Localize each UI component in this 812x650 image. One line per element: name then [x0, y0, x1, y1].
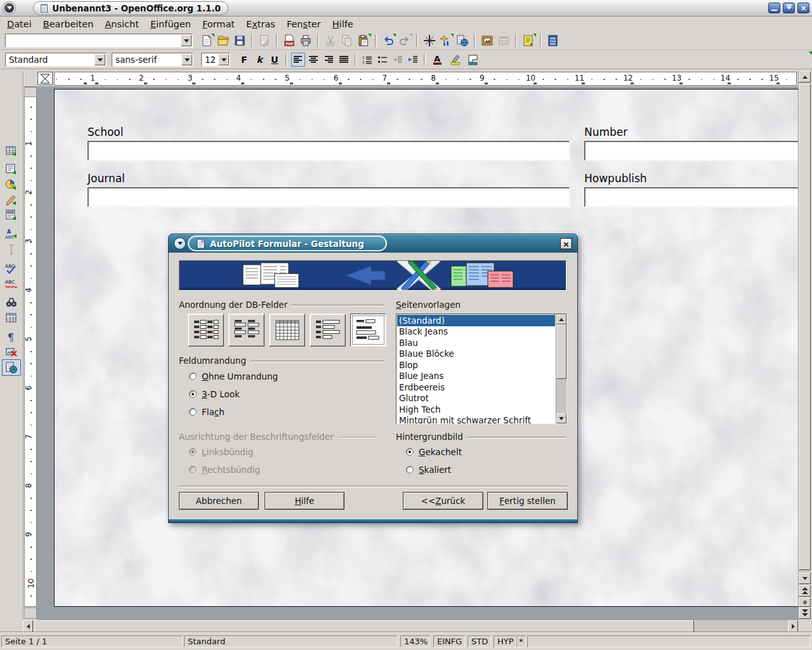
auto-spellcheck-button[interactable]: ABC [2, 275, 21, 292]
new-document-button[interactable] [199, 33, 214, 48]
scrollbar-thumb[interactable] [556, 324, 566, 379]
direct-cursor-button[interactable] [2, 241, 21, 258]
fertig-stellen-button[interactable]: Fertig stellen [487, 492, 568, 510]
numbered-list-button[interactable]: 12 [360, 53, 374, 67]
italic-button[interactable]: k [252, 53, 266, 67]
hyperlink-dialog-button[interactable] [455, 33, 470, 48]
field-input[interactable] [584, 187, 798, 207]
scrollbar-thumb[interactable] [799, 84, 811, 570]
menu-bearbeiten[interactable]: Bearbeiten [37, 18, 100, 30]
tab-stop-selector[interactable] [37, 72, 53, 85]
radio-gekachelt[interactable]: Gekachelt [406, 447, 462, 457]
radio-rechtsbuendig[interactable]: Rechtsbündig [189, 465, 260, 475]
graphics-toggle-button[interactable] [2, 344, 21, 361]
page-style-item[interactable]: Black Jeans [397, 326, 555, 338]
status-page-style[interactable]: Standard [184, 635, 398, 647]
bullet-list-button[interactable] [376, 53, 390, 67]
vertical-scrollbar[interactable] [798, 71, 811, 620]
hilfe-button[interactable]: Hilfe [265, 492, 344, 510]
next-page-button[interactable] [799, 607, 811, 619]
insert-frame-button[interactable] [2, 161, 21, 178]
paragraph-background-button[interactable] [465, 53, 481, 67]
field-input[interactable] [88, 187, 570, 207]
draw-functions-button[interactable] [422, 33, 437, 48]
page-style-item[interactable]: Blop [397, 359, 555, 371]
vertical-ruler[interactable]: 12345678910 [24, 86, 37, 607]
status-hyperlink-mode[interactable]: HYP [494, 635, 516, 647]
justify-button[interactable] [337, 53, 351, 67]
page-style-item[interactable]: Mintgrün mit schwarzer Schrift [397, 415, 555, 424]
print-file-button[interactable] [298, 33, 313, 48]
radio-flach[interactable]: Flach [189, 407, 225, 417]
dialog-menu-button[interactable] [174, 237, 186, 249]
radio-linksbuendig[interactable]: Linksbündig [189, 447, 253, 457]
page-style-item[interactable]: Blau [397, 337, 555, 348]
dialog-close-button[interactable]: × [560, 238, 572, 249]
edit-file-button[interactable] [257, 33, 272, 48]
horizontal-ruler[interactable]: 123456789101112131415 [54, 72, 797, 86]
redo-button[interactable] [397, 33, 412, 48]
online-layout-button[interactable] [2, 359, 21, 376]
listbox-scrollbar[interactable] [556, 314, 566, 423]
menu-datei[interactable]: Datei [1, 18, 37, 30]
draw-functions-button[interactable] [2, 192, 21, 208]
export-pdf-button[interactable]: PDF [282, 33, 297, 48]
columns-labels-top-button[interactable] [228, 314, 265, 347]
size-dropdown-button[interactable] [218, 54, 229, 65]
data-sources-button[interactable] [2, 310, 21, 326]
page-style-item[interactable]: Erdbeereis [397, 381, 555, 393]
maximize-button[interactable] [783, 3, 795, 13]
scroll-left-button[interactable] [23, 620, 33, 632]
increase-indent-button[interactable] [406, 53, 420, 67]
radio-3d-look[interactable]: 3-D Look [189, 389, 240, 399]
scroll-down-button[interactable] [799, 573, 811, 584]
page-style-item[interactable]: Blue Jeans [397, 371, 555, 382]
horizontal-scrollbar[interactable] [23, 620, 798, 632]
data-sources-button[interactable] [496, 33, 511, 48]
font-name-combobox[interactable]: sans-serif [112, 53, 193, 67]
field-input[interactable] [88, 141, 570, 161]
align-right-button[interactable] [322, 53, 336, 67]
undo-button[interactable] [381, 33, 396, 48]
font-color-button[interactable]: A [429, 53, 446, 67]
scroll-up-button[interactable] [799, 71, 811, 83]
url-combobox[interactable] [5, 34, 193, 48]
insert-object-button[interactable] [2, 176, 21, 193]
form-functions-button[interactable] [2, 207, 21, 223]
page-style-item[interactable]: Glutrot [397, 393, 555, 404]
page-style-item[interactable]: Blaue Blöcke [397, 348, 555, 360]
status-selection-mode[interactable]: STD [468, 635, 491, 647]
previous-page-button[interactable] [799, 585, 811, 597]
paragraph-style-combobox[interactable]: Standard [5, 53, 107, 67]
minimize-button[interactable] [768, 3, 780, 13]
zurueck-button[interactable]: << Zurück [403, 492, 483, 510]
status-zoom[interactable]: 143% [400, 635, 430, 647]
menu-hilfe[interactable]: Hilfe [327, 18, 359, 30]
cut-button[interactable] [323, 33, 338, 48]
scroll-up-button[interactable] [556, 314, 566, 324]
open-document-button[interactable] [216, 33, 231, 48]
menu-fenster[interactable]: Fenster [281, 18, 327, 30]
style-dropdown-button[interactable] [95, 54, 105, 65]
align-center-button[interactable] [306, 53, 320, 67]
stylist-button[interactable] [546, 33, 561, 48]
highlighting-button[interactable] [447, 53, 464, 67]
abbrechen-button[interactable]: Abbrechen [179, 492, 259, 510]
scrollbar-thumb[interactable] [34, 620, 694, 632]
insert-table-button[interactable] [2, 143, 21, 159]
navigator-button[interactable] [521, 33, 536, 48]
page-styles-listbox[interactable]: (Standard)Black JeansBlauBlaue BlöckeBlo… [396, 314, 567, 424]
as-datasheet-button[interactable] [269, 314, 305, 347]
blocks-labels-top-button[interactable] [350, 314, 386, 347]
gallery-button[interactable] [480, 33, 495, 48]
spellcheck-button[interactable]: ABC [2, 260, 21, 277]
scroll-down-button[interactable] [556, 413, 566, 423]
menu-ansicht[interactable]: Ansicht [99, 18, 145, 30]
underline-button[interactable]: U [268, 53, 282, 67]
insert-fields-button[interactable] [438, 33, 454, 48]
menu-extras[interactable]: Extras [240, 18, 281, 30]
font-dropdown-button[interactable] [181, 54, 192, 65]
blocks-labels-left-button[interactable] [310, 314, 346, 347]
page-style-item[interactable]: High Tech [397, 404, 555, 415]
font-size-combobox[interactable]: 12 [201, 53, 230, 67]
